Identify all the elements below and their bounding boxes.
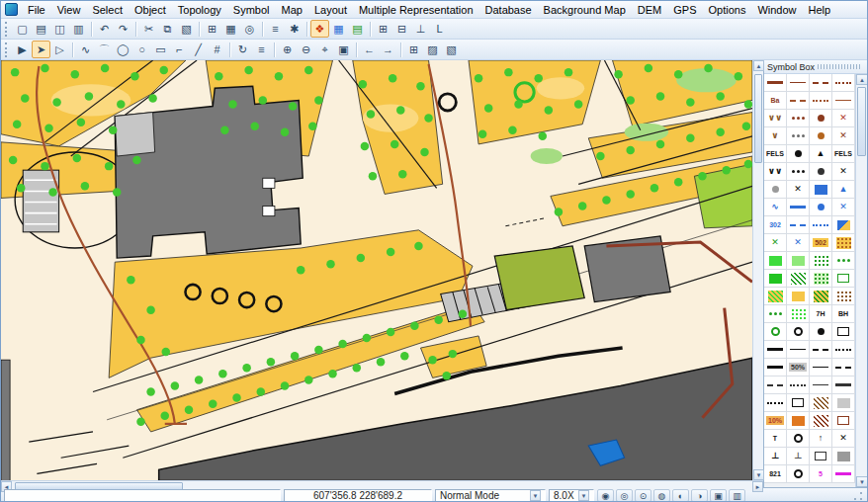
map-canvas[interactable]: [1, 60, 752, 480]
symbol-cell[interactable]: Ba: [764, 92, 787, 110]
symbol-cell[interactable]: ▲: [810, 145, 832, 163]
scroll-down-icon[interactable]: ▼: [753, 469, 764, 480]
symbol-cell[interactable]: [787, 199, 810, 216]
chevron-down-icon[interactable]: ▼: [530, 490, 541, 501]
symbol-cell[interactable]: 50%: [787, 359, 810, 376]
chevron-down-icon[interactable]: ▼: [578, 490, 589, 501]
menu-topology[interactable]: Topology: [172, 3, 227, 17]
new-button[interactable]: ▢: [13, 20, 32, 38]
vscroll-thumb[interactable]: [754, 74, 762, 163]
symbol-cell[interactable]: [832, 465, 855, 483]
entire-map-button[interactable]: ▣: [334, 41, 353, 58]
cut-button[interactable]: ✂: [139, 20, 158, 38]
symbol-cell[interactable]: 502: [810, 234, 832, 252]
symbol-cell[interactable]: [832, 341, 855, 359]
color-table-button[interactable]: ▦: [329, 20, 348, 38]
symbol-cell[interactable]: ∨∨: [764, 163, 787, 181]
hatch-areas-button[interactable]: ▨: [423, 41, 442, 58]
symbol-cell[interactable]: [832, 376, 855, 394]
symbol-cell[interactable]: ✕: [832, 127, 855, 145]
redo-button[interactable]: ↷: [114, 20, 132, 38]
select-object-button[interactable]: ➤: [32, 41, 50, 58]
next-view-button[interactable]: →: [379, 41, 397, 58]
grid-button[interactable]: ⊞: [404, 41, 423, 58]
menu-gps[interactable]: GPS: [667, 3, 702, 17]
scroll-right-icon[interactable]: ►: [752, 481, 763, 492]
delete-symbol-button[interactable]: ⊟: [392, 20, 411, 38]
new-symbol-button[interactable]: ⊞: [374, 20, 392, 38]
symbol-cell[interactable]: [832, 234, 855, 252]
symbol-cell[interactable]: [787, 430, 810, 448]
symbol-cell[interactable]: [787, 74, 810, 92]
options-button[interactable]: ✱: [285, 20, 304, 38]
menu-layout[interactable]: Layout: [308, 3, 353, 17]
symbol-cell[interactable]: [810, 74, 832, 92]
resize-grip[interactable]: [852, 490, 864, 502]
symbol-cell[interactable]: [787, 394, 810, 412]
symbol-cell[interactable]: ✕: [787, 181, 810, 199]
symbol-cell[interactable]: ∿: [764, 199, 787, 216]
hidden-symbols-button[interactable]: ▧: [442, 41, 461, 58]
menu-view[interactable]: View: [51, 3, 87, 17]
symbol-cell[interactable]: ∨: [764, 127, 787, 145]
menu-help[interactable]: Help: [803, 3, 837, 17]
notes-button[interactable]: ≡: [266, 20, 285, 38]
app-icon[interactable]: [5, 3, 18, 16]
print-button[interactable]: ▥: [69, 20, 88, 38]
menu-multiple-representation[interactable]: Multiple Representation: [353, 3, 479, 17]
rotate-button[interactable]: ↻: [233, 41, 252, 58]
symbol-cell[interactable]: [787, 92, 810, 110]
symbol-cell[interactable]: [787, 465, 810, 483]
symbol-cell[interactable]: [832, 323, 855, 341]
symbol-cell[interactable]: [832, 92, 855, 110]
symbol-cell[interactable]: [810, 270, 832, 288]
symbol-cell[interactable]: [764, 341, 787, 359]
symbol-cell[interactable]: [787, 412, 810, 430]
rectangular-line-button[interactable]: ⌐: [170, 41, 189, 58]
symbol-cell[interactable]: [832, 394, 855, 412]
icon-view-button[interactable]: ▤: [348, 20, 367, 38]
align-button[interactable]: ≡: [252, 41, 271, 58]
symbol-cell[interactable]: ⊥: [764, 448, 787, 465]
symbol-cell[interactable]: [832, 359, 855, 376]
symbol-cell[interactable]: [764, 359, 787, 376]
symbol-cell[interactable]: T: [764, 430, 787, 448]
symbol-cell[interactable]: [764, 305, 787, 323]
bezier-curve-button[interactable]: ∿: [76, 41, 95, 58]
open-button[interactable]: ▤: [32, 20, 50, 38]
ellipse-button[interactable]: ◯: [114, 41, 132, 58]
symbol-status-button[interactable]: L: [430, 20, 449, 38]
symbol-cell[interactable]: ✕: [832, 199, 855, 216]
symbol-cell[interactable]: [810, 412, 832, 430]
map-horizontal-scrollbar[interactable]: ◄ ►: [1, 480, 763, 491]
zoom-out-button[interactable]: ⊖: [297, 41, 315, 58]
symbol-cell[interactable]: [810, 199, 832, 216]
hscroll-thumb[interactable]: [15, 482, 183, 490]
numeric-mode-button[interactable]: #: [208, 41, 226, 58]
symbol-box-button[interactable]: ❖: [310, 20, 329, 38]
symbol-cell[interactable]: BH: [832, 305, 855, 323]
symbol-cell[interactable]: ▲: [832, 181, 855, 199]
table-button[interactable]: ⊞: [203, 20, 221, 38]
toolbar-grip[interactable]: [5, 22, 9, 37]
menu-symbol[interactable]: Symbol: [227, 3, 276, 17]
menu-map[interactable]: Map: [276, 3, 308, 17]
undo-button[interactable]: ↶: [95, 20, 114, 38]
symbol-cell[interactable]: [810, 341, 832, 359]
symbol-cell[interactable]: [764, 270, 787, 288]
menu-window[interactable]: Window: [751, 3, 802, 17]
symbol-cell[interactable]: [832, 216, 855, 234]
symbol-cell[interactable]: [787, 270, 810, 288]
symbol-cell[interactable]: [764, 181, 787, 199]
symbol-cell[interactable]: [787, 305, 810, 323]
toolbar-grip[interactable]: [5, 42, 9, 57]
symbol-cell[interactable]: [810, 110, 832, 127]
symbol-cell[interactable]: [832, 412, 855, 430]
symbol-tree-button[interactable]: ⊥: [411, 20, 430, 38]
symbol-cell[interactable]: 7H: [810, 305, 832, 323]
symbol-cell[interactable]: [787, 341, 810, 359]
symbol-cell[interactable]: [764, 376, 787, 394]
symbol-cell[interactable]: [810, 92, 832, 110]
symbol-cell[interactable]: [810, 359, 832, 376]
copy-button[interactable]: ⧉: [158, 20, 177, 38]
